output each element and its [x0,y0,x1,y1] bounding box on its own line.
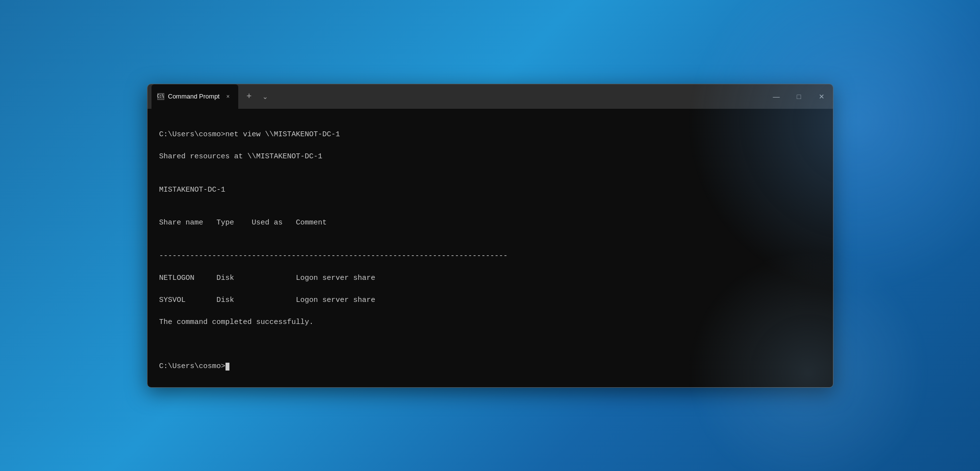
terminal-line: ----------------------------------------… [159,251,821,262]
terminal-window: C:\ Command Prompt × + ⌄ — □ ✕ C:\Users\… [147,84,833,388]
title-bar: C:\ Command Prompt × + ⌄ — □ ✕ [148,84,833,109]
terminal-line: C:\Users\cosmo>net view \\MISTAKENOT-DC-… [159,129,821,141]
active-tab[interactable]: C:\ Command Prompt × [151,84,238,109]
maximize-button[interactable]: □ [788,84,810,109]
tab-dropdown-button[interactable]: ⌄ [258,89,273,104]
terminal-line: The command completed successfully. [159,317,821,328]
cmd-icon: C:\ [157,93,164,100]
minimize-button[interactable]: — [765,84,788,109]
new-tab-button[interactable]: + [240,88,258,105]
terminal-line: SYSVOL Disk Logon server share [159,295,821,306]
terminal-line: MISTAKENOT-DC-1 [159,185,821,196]
terminal-line: Share name Type Used as Comment [159,218,821,229]
close-button[interactable]: ✕ [810,84,833,109]
tab-area: C:\ Command Prompt × + ⌄ [151,84,765,109]
tab-title: Command Prompt [168,93,220,100]
terminal-line: NETLOGON Disk Logon server share [159,273,821,284]
cursor [226,363,229,371]
terminal-body[interactable]: C:\Users\cosmo>net view \\MISTAKENOT-DC-… [148,109,833,387]
tab-close-button[interactable]: × [224,92,232,101]
terminal-line: C:\Users\cosmo> [159,361,821,372]
terminal-line: Shared resources at \\MISTAKENOT-DC-1 [159,151,821,163]
window-controls: — □ ✕ [765,84,833,109]
